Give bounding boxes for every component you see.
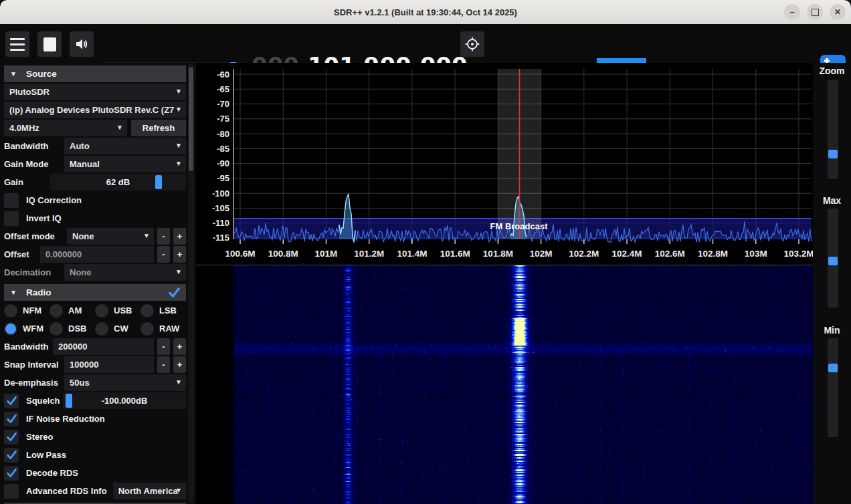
- gain-slider-handle[interactable]: [155, 175, 162, 189]
- chevron-down-icon: ▼: [175, 160, 182, 167]
- source-panel-header[interactable]: ▼ Source: [4, 66, 186, 82]
- collapse-arrow-icon: ▼: [10, 70, 17, 78]
- deemphasis-select[interactable]: 50us ▼: [64, 374, 186, 391]
- snap-interval-minus-button[interactable]: -: [157, 356, 170, 373]
- svg-text:100.6M: 100.6M: [225, 249, 255, 259]
- gain-mode-select[interactable]: Manual ▼: [64, 156, 186, 172]
- svg-text:102.4M: 102.4M: [612, 249, 642, 259]
- source-panel-title: Source: [26, 69, 57, 79]
- collapse-arrow-icon: ▼: [10, 289, 17, 296]
- toggle-row: Stereo: [4, 428, 186, 445]
- mode-radio-cw[interactable]: CW: [95, 320, 140, 337]
- max-slider-handle[interactable]: [828, 257, 838, 265]
- svg-text:-95: -95: [217, 173, 229, 183]
- gain-slider[interactable]: 62 dB: [50, 174, 186, 191]
- gain-mode-label: Gain Mode: [4, 159, 64, 169]
- decimation-label: Decimation: [4, 267, 64, 277]
- snap-interval-label: Snap Interval: [4, 360, 64, 370]
- offset-mode-select[interactable]: None ▼: [67, 228, 154, 245]
- decimation-select[interactable]: None ▼: [64, 264, 186, 281]
- zoom-slider-handle[interactable]: [828, 150, 838, 158]
- checkmark-icon: [6, 449, 17, 461]
- waterfall-display[interactable]: [233, 265, 813, 504]
- fft-spectrum[interactable]: -60-65-70-75-80-85-90-95-100-105-110-115…: [196, 63, 813, 265]
- bandwidth-select[interactable]: Auto ▼: [64, 138, 186, 154]
- display-controls: Zoom Max Min: [813, 63, 851, 504]
- maximize-button[interactable]: [807, 4, 823, 20]
- offset-mode-value: None: [72, 231, 94, 241]
- snap-interval-plus-button[interactable]: +: [173, 356, 186, 373]
- radio-button-icon: [50, 322, 63, 336]
- svg-text:102.6M: 102.6M: [655, 249, 685, 259]
- if-noise-reduction-checkbox[interactable]: [4, 412, 19, 426]
- radio-panel-header[interactable]: ▼ Radio: [4, 284, 186, 301]
- toggle-label: Stereo: [26, 432, 53, 442]
- advanced-rds-select[interactable]: North America ▼: [113, 483, 186, 499]
- refresh-button[interactable]: Refresh: [131, 120, 186, 136]
- min-slider-handle[interactable]: [828, 364, 838, 372]
- max-label: Max: [813, 195, 851, 206]
- snap-interval-input[interactable]: 100000: [64, 356, 154, 373]
- stereo-checkbox[interactable]: [4, 430, 19, 445]
- radio-enabled-checkmark-icon[interactable]: [168, 286, 181, 301]
- source-type-select[interactable]: PlutoSDR ▼: [4, 84, 186, 100]
- squelch-value: -100.000dB: [102, 396, 148, 406]
- offset-value: 0.000000: [45, 249, 82, 259]
- squelch-checkbox[interactable]: [4, 394, 19, 408]
- gain-value: 62 dB: [106, 177, 130, 187]
- zoom-slider[interactable]: [828, 80, 838, 179]
- radio-bandwidth-plus-button[interactable]: +: [173, 338, 186, 355]
- offset-input[interactable]: 0.000000: [40, 246, 154, 263]
- offset-plus-button[interactable]: +: [173, 246, 186, 263]
- mode-radio-wfm[interactable]: WFM: [4, 320, 50, 337]
- low-pass-checkbox[interactable]: [4, 448, 19, 463]
- svg-text:101.6M: 101.6M: [440, 249, 470, 259]
- sidebar-scrollbar[interactable]: [188, 64, 194, 503]
- min-slider[interactable]: [828, 338, 838, 437]
- mode-label: AM: [68, 305, 82, 316]
- mode-radio-lsb[interactable]: LSB: [140, 302, 186, 319]
- offset-mode-minus-button[interactable]: -: [157, 228, 170, 245]
- offset-minus-button[interactable]: -: [157, 246, 170, 263]
- radio-bandwidth-label: Bandwidth: [4, 342, 53, 352]
- invert-iq-checkbox[interactable]: [4, 211, 19, 226]
- chevron-down-icon: ▼: [175, 268, 182, 275]
- squelch-slider-handle[interactable]: [66, 394, 72, 408]
- radio-bandwidth-input[interactable]: 200000: [53, 338, 154, 355]
- sidebar-scrollbar-thumb[interactable]: [189, 67, 193, 171]
- max-slider[interactable]: [828, 209, 838, 307]
- mode-radio-am[interactable]: AM: [50, 302, 95, 319]
- toggle-row: IF Noise Reduction: [4, 410, 186, 427]
- svg-text:-70: -70: [217, 99, 229, 109]
- minimize-button[interactable]: –: [784, 4, 800, 20]
- main-display: -60-65-70-75-80-85-90-95-100-105-110-115…: [196, 63, 813, 504]
- menu-button[interactable]: [5, 31, 29, 57]
- offset-mode-label: Offset mode: [4, 231, 67, 241]
- radio-bandwidth-minus-button[interactable]: -: [157, 338, 170, 355]
- close-button[interactable]: ✕: [830, 4, 846, 20]
- mode-radio-dsb[interactable]: DSB: [50, 320, 95, 337]
- gain-label: Gain: [4, 177, 50, 187]
- offset-mode-plus-button[interactable]: +: [173, 228, 186, 245]
- stop-button[interactable]: [37, 31, 62, 57]
- title-bar[interactable]: SDR++ v1.2.1 (Built at 19:30:44, Oct 14 …: [0, 0, 851, 25]
- mode-radio-nfm[interactable]: NFM: [4, 302, 50, 319]
- mode-radio-raw[interactable]: RAW: [140, 320, 186, 337]
- device-select[interactable]: (ip) Analog Devices PlutoSDR Rev.C (Z7 ▼: [4, 102, 186, 118]
- mode-radio-usb[interactable]: USB: [95, 302, 140, 319]
- radio-button-icon: [95, 322, 108, 336]
- svg-text:103M: 103M: [745, 249, 767, 259]
- deemphasis-value: 50us: [70, 378, 90, 388]
- squelch-slider[interactable]: -100.000dB: [63, 392, 186, 409]
- decode-rds-checkbox[interactable]: [4, 466, 19, 481]
- toggle-label: IF Noise Reduction: [26, 414, 105, 424]
- samplerate-select[interactable]: 4.0MHz ▼: [4, 120, 127, 136]
- svg-text:-105: -105: [212, 203, 229, 213]
- iq-correction-checkbox[interactable]: [4, 193, 19, 208]
- tuning-mode-button[interactable]: [460, 31, 484, 57]
- invert-iq-label: Invert IQ: [26, 213, 62, 223]
- advanced-rds-checkbox[interactable]: [4, 484, 19, 499]
- svg-text:-100: -100: [212, 188, 229, 199]
- svg-text:-90: -90: [217, 158, 229, 168]
- mute-button[interactable]: [70, 31, 94, 57]
